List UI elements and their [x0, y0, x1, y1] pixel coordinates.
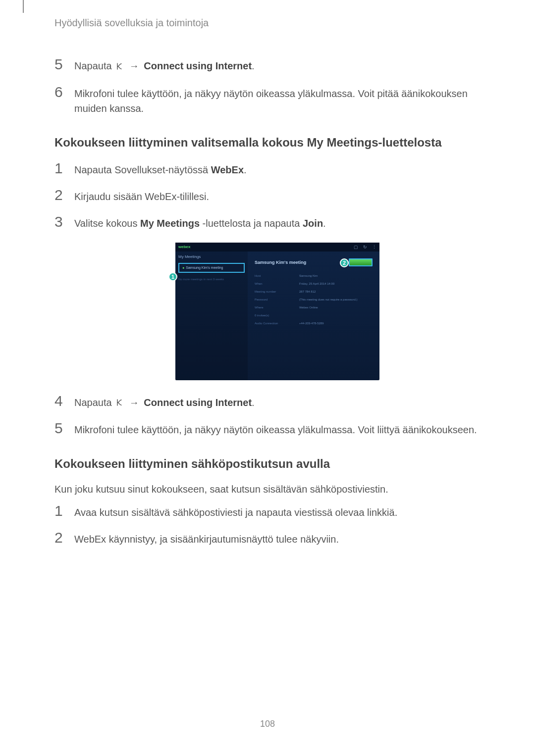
callout-1: 1 — [168, 272, 177, 281]
intro-text: Kun joku kutsuu sinut kokoukseen, saat k… — [54, 484, 500, 495]
step-number: 5 — [54, 57, 65, 72]
step-text: Kirjaudu sisään WebEx-tilillesi. — [74, 189, 500, 204]
ss-label: Password — [255, 298, 289, 301]
step-number: 1 — [54, 161, 65, 176]
ss-value: Samsung Kim — [299, 274, 318, 277]
step-a-6: 6 Mikrofoni tulee käyttöön, ja näkyy näy… — [54, 86, 500, 116]
connect-icon — [115, 59, 123, 74]
ss-field-pass: Password(This meeting does not require a… — [255, 298, 373, 301]
text-part: . — [252, 60, 255, 71]
text-part: . — [323, 218, 326, 229]
ss-label: Where — [255, 306, 289, 309]
step-text: Avaa kutsun sisältävä sähköpostiviesti j… — [74, 505, 500, 520]
step-number: 1 — [54, 504, 65, 518]
step-text: WebEx käynnistyy, ja sisäänkirjautumisnä… — [74, 532, 500, 547]
step-text: Napauta Sovellukset-näytössä WebEx. — [74, 162, 500, 177]
step-text: Mikrofoni tulee käyttöön, ja näkyy näytö… — [74, 86, 500, 116]
ss-title-row: Samsung Kim's meeting — [255, 258, 373, 266]
step-d-2: 2 WebEx käynnistyy, ja sisäänkirjautumis… — [54, 532, 500, 547]
ss-titlebar: webex ▢ ↻ ⋮ — [175, 243, 379, 252]
ss-meeting-item-text: ●Samsung Kim's meeting — [182, 266, 241, 270]
step-text: Mikrofoni tulee käyttöön, ja näkyy näytö… — [74, 422, 500, 437]
ss-label: Meeting number — [255, 290, 289, 293]
ss-main: Samsung Kim's meeting HostSamsung Kim Wh… — [248, 252, 379, 380]
status-dot-icon: ● — [182, 266, 184, 269]
text-part: -luettelosta ja napauta — [200, 218, 303, 229]
section-heading-2: Kokoukseen liittyminen sähköpostikutsun … — [54, 457, 500, 471]
step-number: 3 — [54, 214, 65, 229]
step-c-4: 4 Napauta → Connect using Internet. — [54, 395, 500, 411]
ss-value: Webex Online — [299, 306, 318, 309]
bold-text: My Meetings — [140, 218, 200, 229]
section-heading-1: Kokoukseen liittyminen valitsemalla koko… — [54, 136, 500, 150]
ss-faint-line: No more meetings in next 3 weeks — [178, 278, 245, 281]
ss-value: Friday, 25 April 2014 14:00 — [299, 282, 334, 285]
ss-label: Host — [255, 274, 289, 277]
ss-field-num: Meeting number287 784 812 — [255, 290, 373, 293]
step-c-5: 5 Mikrofoni tulee käyttöön, ja näkyy näy… — [54, 422, 500, 437]
ss-join-button — [349, 258, 373, 266]
page-content: Hyödyllisiä sovelluksia ja toimintoja 5 … — [0, 0, 535, 578]
ss-field-audio: Audio Connection+44-203-478-5289 — [255, 322, 373, 325]
text-part: Mikrofoni tulee käyttöön, ja — [74, 88, 195, 99]
step-number: 5 — [54, 421, 65, 436]
step-b-3: 3 Valitse kokous My Meetings -luettelost… — [54, 216, 500, 231]
bold-text: Connect using Internet — [144, 397, 252, 408]
callout-2: 2 — [340, 258, 349, 267]
bold-text: Join — [303, 218, 323, 229]
step-text: Napauta → Connect using Internet. — [74, 395, 500, 411]
step-number: 4 — [54, 394, 65, 408]
text-part: näkyy näytön oikeassa yläkulmassa. Voit … — [195, 424, 477, 435]
step-b-2: 2 Kirjaudu sisään WebEx-tilillesi. — [54, 189, 500, 204]
text-part: Napauta — [74, 397, 114, 408]
connect-icon — [115, 396, 123, 410]
ss-label: 0 invitee(s) — [255, 314, 289, 317]
text-part: . — [252, 397, 255, 408]
ss-field-when: WhenFriday, 25 April 2014 14:00 — [255, 282, 373, 285]
ss-my-meetings-label: My Meetings — [178, 254, 245, 259]
menu-icon: ⋮ — [372, 245, 376, 250]
text-part: Napauta Sovellukset-näytössä — [74, 164, 211, 175]
ss-value: +44-203-478-5289 — [299, 322, 324, 325]
step-b-1: 1 Napauta Sovellukset-näytössä WebEx. — [54, 162, 500, 177]
ss-label: Audio Connection — [255, 322, 289, 325]
bold-text: WebEx — [211, 164, 244, 175]
breadcrumb: Hyödyllisiä sovelluksia ja toimintoja — [54, 17, 500, 29]
text-part: . — [244, 164, 247, 175]
step-d-1: 1 Avaa kutsun sisältävä sähköpostiviesti… — [54, 505, 500, 520]
side-rule — [23, 0, 24, 13]
ss-top-icons: ▢ ↻ ⋮ — [354, 245, 376, 250]
webex-logo: webex — [178, 245, 190, 249]
arrow-icon: → — [126, 60, 142, 71]
ss-label: When — [255, 282, 289, 285]
refresh-icon: ↻ — [363, 245, 367, 250]
ss-value: (This meeting does not require a passwor… — [299, 298, 357, 301]
screenshot-figure: webex ▢ ↻ ⋮ My Meetings ●Samsung Kim's m… — [54, 243, 500, 380]
ss-sidebar: My Meetings ●Samsung Kim's meeting No mo… — [175, 252, 248, 380]
arrow-icon: → — [126, 397, 142, 408]
ss-field-host: HostSamsung Kim — [255, 274, 373, 277]
text-part: Valitse kokous — [74, 218, 140, 229]
webex-screenshot: webex ▢ ↻ ⋮ My Meetings ●Samsung Kim's m… — [175, 243, 379, 380]
step-number: 2 — [54, 530, 65, 545]
text-part: Napauta — [74, 60, 114, 71]
ss-main-title: Samsung Kim's meeting — [255, 260, 306, 265]
ss-meeting-item: ●Samsung Kim's meeting — [178, 263, 245, 273]
ss-value: 287 784 812 — [299, 290, 316, 293]
step-text: Valitse kokous My Meetings -luettelosta … — [74, 216, 500, 231]
ss-field-where: WhereWebex Online — [255, 306, 373, 309]
step-number: 6 — [54, 85, 65, 100]
step-number: 2 — [54, 188, 65, 202]
ss-item-title: Samsung Kim's meeting — [186, 266, 223, 269]
ss-field-invite: 0 invitee(s) — [255, 314, 373, 317]
step-a-5: 5 Napauta → Connect using Internet. — [54, 58, 500, 74]
page-number: 108 — [260, 719, 275, 729]
bold-text: Connect using Internet — [144, 60, 252, 71]
text-part: Mikrofoni tulee käyttöön, ja — [74, 424, 195, 435]
step-text: Napauta → Connect using Internet. — [74, 58, 500, 74]
calendar-icon: ▢ — [354, 245, 358, 250]
